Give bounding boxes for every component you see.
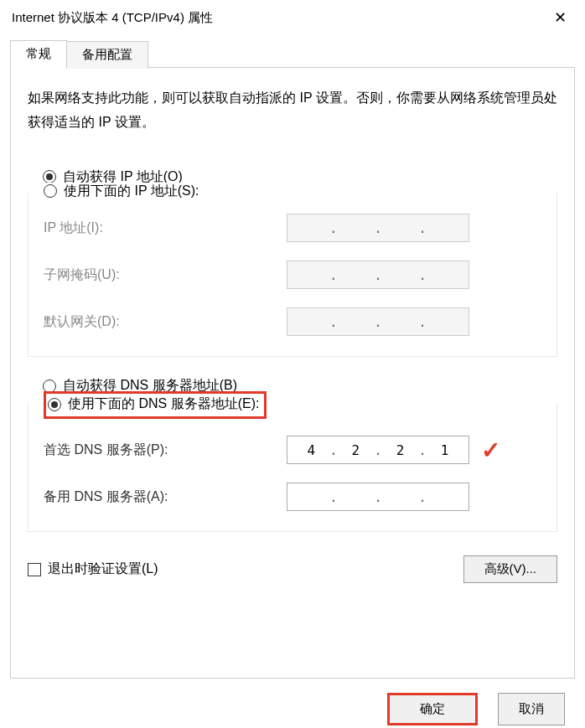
field-alternate-dns: 备用 DNS 服务器(A): . . . xyxy=(44,483,541,511)
titlebar: Internet 协议版本 4 (TCP/IPv4) 属性 ✕ xyxy=(0,0,585,34)
field-gateway: 默认网关(D): ... xyxy=(44,307,541,336)
dns-group: 使用下面的 DNS 服务器地址(E): 首选 DNS 服务器(P): 4. 2.… xyxy=(28,403,557,532)
radio-manual-dns-label: 使用下面的 DNS 服务器地址(E): xyxy=(68,395,259,413)
radio-manual-ip-label: 使用下面的 IP 地址(S): xyxy=(64,183,199,200)
tabs: 常规 备用配置 xyxy=(10,40,585,68)
advanced-button[interactable]: 高级(V)... xyxy=(463,555,558,583)
checkbox-icon xyxy=(28,563,41,576)
subnet-label: 子网掩码(U): xyxy=(44,266,287,284)
ok-button[interactable]: 确定 xyxy=(387,693,478,725)
window-title: Internet 协议版本 4 (TCP/IPv4) 属性 xyxy=(12,10,213,26)
field-subnet: 子网掩码(U): ... xyxy=(44,261,541,289)
gateway-input: ... xyxy=(287,307,469,336)
ip-address-input: ... xyxy=(287,214,469,242)
radio-manual-dns[interactable]: 使用下面的 DNS 服务器地址(E): xyxy=(48,395,259,413)
ip-group-wrapper: 自动获得 IP 地址(O) 使用下面的 IP 地址(S): IP 地址(I): … xyxy=(28,168,557,358)
radio-icon xyxy=(44,184,57,198)
highlight-annotation: 使用下面的 DNS 服务器地址(E): xyxy=(44,391,267,419)
close-icon[interactable]: ✕ xyxy=(547,7,573,28)
radio-manual-ip[interactable]: 使用下面的 IP 地址(S): xyxy=(44,183,206,200)
description-text: 如果网络支持此功能，则可以获取自动指派的 IP 设置。否则，你需要从网络系统管理… xyxy=(28,86,557,135)
alternate-dns-label: 备用 DNS 服务器(A): xyxy=(44,488,287,506)
preferred-dns-label: 首选 DNS 服务器(P): xyxy=(44,441,287,459)
gateway-label: 默认网关(D): xyxy=(44,313,287,331)
preferred-dns-input[interactable]: 4. 2. 2. 1 xyxy=(287,436,469,464)
ip-octet: 4 xyxy=(295,442,327,458)
validate-checkbox[interactable]: 退出时验证设置(L) xyxy=(28,560,158,578)
subnet-input: ... xyxy=(287,261,469,289)
alternate-dns-input[interactable]: . . . xyxy=(287,483,469,511)
ip-octet: 1 xyxy=(429,442,461,458)
ip-address-label: IP 地址(I): xyxy=(44,219,287,237)
panel-general: 如果网络支持此功能，则可以获取自动指派的 IP 设置。否则，你需要从网络系统管理… xyxy=(10,67,575,679)
checkmark-annotation-icon: ✓ xyxy=(481,436,500,464)
ip-octet: 2 xyxy=(339,442,371,458)
cancel-button[interactable]: 取消 xyxy=(498,693,565,725)
ip-octet: 2 xyxy=(385,442,417,458)
dns-group-wrapper: 自动获得 DNS 服务器地址(B) 使用下面的 DNS 服务器地址(E): 首选… xyxy=(28,377,557,532)
field-ip-address: IP 地址(I): ... xyxy=(44,214,541,242)
field-preferred-dns: 首选 DNS 服务器(P): 4. 2. 2. 1 ✓ xyxy=(44,436,541,464)
tab-general[interactable]: 常规 xyxy=(10,40,67,68)
validate-checkbox-label: 退出时验证设置(L) xyxy=(48,560,158,578)
ip-group: 使用下面的 IP 地址(S): IP 地址(I): ... 子网掩码(U): .… xyxy=(28,193,557,358)
tab-alternate[interactable]: 备用配置 xyxy=(66,41,148,69)
footer-buttons: 确定 取消 xyxy=(0,693,585,728)
radio-icon xyxy=(48,398,61,411)
bottom-row: 退出时验证设置(L) 高级(V)... xyxy=(28,555,557,583)
